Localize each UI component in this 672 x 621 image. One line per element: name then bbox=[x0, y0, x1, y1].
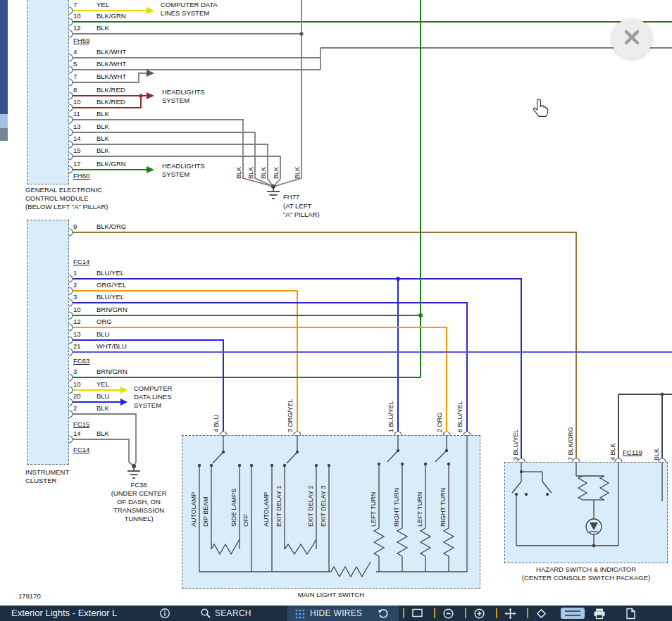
viewer-toolbar: Exterior Lights - Exterior L SEARCH HIDE… bbox=[0, 606, 672, 621]
wires-grid-icon bbox=[294, 608, 306, 621]
toolbar-title: Exterior Lights - Exterior L bbox=[11, 608, 117, 618]
connector-label-fc15: FC15 bbox=[73, 421, 89, 429]
toolbar-separator bbox=[434, 608, 435, 618]
pin-row: 11BLK bbox=[73, 111, 109, 118]
pin-row: 17BLK/GRN bbox=[73, 161, 126, 168]
mls-pin-label: 1 BLU/YEL bbox=[387, 389, 396, 432]
info-icon[interactable] bbox=[159, 608, 170, 621]
pin-number: 10 bbox=[73, 381, 97, 389]
toolbar-separator bbox=[527, 608, 528, 618]
hide-wires-button[interactable]: HIDE WIRES bbox=[287, 606, 399, 621]
pin-row: 12ORG bbox=[73, 318, 112, 326]
fit-view-icon[interactable] bbox=[535, 608, 547, 621]
zoom-out-icon[interactable] bbox=[442, 608, 454, 621]
pin-number: 10 bbox=[73, 306, 97, 314]
wire-color-label-vertical: BLK bbox=[235, 158, 244, 179]
ground-location: (UNDER CENTER bbox=[111, 490, 167, 498]
pin-row: 3BRN/GRN bbox=[73, 368, 127, 376]
wire-color-label: BLK/WHT bbox=[97, 48, 126, 56]
connector-label-fc119: FC119 bbox=[623, 449, 642, 457]
ground-location: TRANSMISSION bbox=[113, 507, 164, 515]
switch-position-label: SIDE LAMPS bbox=[230, 480, 239, 527]
pin-row: 13BLK bbox=[73, 123, 109, 131]
bookmark-page-icon[interactable] bbox=[626, 608, 636, 621]
highlighted-tool-button[interactable] bbox=[561, 608, 585, 619]
switch-position-label: RIGHT TURN bbox=[440, 482, 448, 527]
hazard-pin-label: 3 BLU/YEL bbox=[512, 417, 521, 460]
pin-number: 9 bbox=[73, 223, 97, 231]
pin-number: 3 bbox=[73, 294, 97, 301]
pin-number: 2 bbox=[73, 405, 97, 413]
wire-color-label: BLK bbox=[97, 24, 109, 32]
hazard-title-line: (CENTER CONSOLE SWITCH PACKAGE) bbox=[522, 575, 650, 582]
search-icon[interactable] bbox=[200, 608, 211, 621]
window-edge-lower bbox=[0, 128, 8, 141]
selection-box-icon[interactable] bbox=[411, 608, 424, 621]
hide-wires-label: HIDE WIRES bbox=[310, 608, 362, 618]
zoom-in-icon[interactable] bbox=[473, 608, 485, 621]
mls-pin-label: 4 BLU bbox=[213, 406, 221, 432]
system-annotation: COMPUTER bbox=[134, 385, 172, 393]
pin-number: 20 bbox=[73, 393, 97, 401]
switch-position-label: LEFT TURN bbox=[370, 486, 378, 527]
connector-label-fc63: FC63 bbox=[73, 358, 89, 365]
pin-row: 10BLK/RED bbox=[73, 99, 125, 106]
pin-number: 13 bbox=[73, 331, 97, 339]
switch-position-label: LEFT TURN bbox=[416, 486, 425, 527]
pin-number: 17 bbox=[73, 161, 97, 168]
toolbar-separator bbox=[403, 608, 404, 618]
wire-color-label: YEL bbox=[97, 1, 109, 8]
pin-number: 14 bbox=[73, 135, 97, 143]
system-annotation: COMPUTER DATA bbox=[161, 1, 218, 9]
hazard-pin-label: 4 BLK bbox=[609, 435, 618, 460]
system-annotation: HEADLIGHTS bbox=[162, 89, 205, 96]
wire-color-label: BRN/GRN bbox=[97, 368, 127, 375]
pin-number: 8 bbox=[73, 87, 97, 94]
wire-color-label: BLU/YEL bbox=[97, 293, 124, 301]
ground-label-fh77: FH77 bbox=[283, 194, 299, 201]
switch-position-label: EXIT DELAY 2 bbox=[307, 473, 316, 527]
wire-color-label: BLK bbox=[97, 123, 109, 130]
window-edge-tab bbox=[0, 114, 8, 128]
pin-row: 7BLK/WHT bbox=[73, 73, 126, 81]
wire-color-label: BLK/ORG bbox=[97, 222, 126, 230]
pin-row: 21WHT/BLU bbox=[73, 343, 127, 351]
wire-color-label-vertical: BLK bbox=[247, 158, 256, 179]
pin-number: 7 bbox=[73, 73, 97, 81]
print-icon[interactable] bbox=[593, 608, 606, 621]
pin-number: 4 bbox=[73, 49, 97, 56]
pin-row: 4BLK/WHT bbox=[73, 49, 126, 56]
mls-title: MAIN LIGHT SWITCH bbox=[298, 591, 364, 599]
cursor-hand-icon bbox=[532, 97, 550, 121]
undo-icon[interactable] bbox=[378, 608, 390, 621]
pin-number: 12 bbox=[73, 318, 97, 326]
wire-color-label: BLK bbox=[97, 146, 109, 154]
close-button[interactable] bbox=[611, 18, 652, 59]
toolbar-separator bbox=[496, 608, 497, 618]
wire-color-label: BLU bbox=[97, 392, 109, 400]
mls-pin-label: 6 BLU/YEL bbox=[456, 389, 465, 432]
close-icon bbox=[623, 28, 641, 49]
mls-pin-label: 2 ORG bbox=[436, 406, 444, 432]
switch-position-label: RIGHT TURN bbox=[393, 482, 402, 527]
pan-icon[interactable] bbox=[504, 608, 516, 621]
pin-number: 1 bbox=[73, 270, 97, 277]
system-annotation: LINES SYSTEM bbox=[161, 10, 209, 18]
pin-number: 13 bbox=[73, 123, 97, 131]
ground-fc38 bbox=[127, 464, 140, 478]
wire-color-label: BLK bbox=[97, 134, 109, 142]
wire-color-label: BLK/WHT bbox=[97, 73, 126, 80]
diagram-canvas[interactable]: 7YEL 10BLK/GRN 12BLK FH59 4BLK/WHT 5BLK/… bbox=[0, 0, 672, 621]
wire-color-label: ORG/YEL bbox=[97, 281, 126, 289]
wire-color-label-vertical: BLK bbox=[260, 158, 268, 179]
search-button[interactable]: SEARCH bbox=[215, 608, 251, 618]
pin-number: 15 bbox=[73, 147, 97, 155]
switch-position-label: DIP BEAM bbox=[202, 489, 211, 527]
pin-number: 12 bbox=[73, 25, 97, 32]
switch-position-label: AUTOLAMP bbox=[263, 487, 271, 527]
pin-row: 2BLK bbox=[73, 405, 109, 413]
wire-color-label: BRN/GRN bbox=[97, 306, 127, 313]
hazard-title-line: HAZARD SWITCH & INDICATOR bbox=[536, 566, 636, 574]
wire-color-label: BLK bbox=[97, 404, 109, 412]
pin-row: 10BLK/GRN bbox=[73, 13, 126, 20]
